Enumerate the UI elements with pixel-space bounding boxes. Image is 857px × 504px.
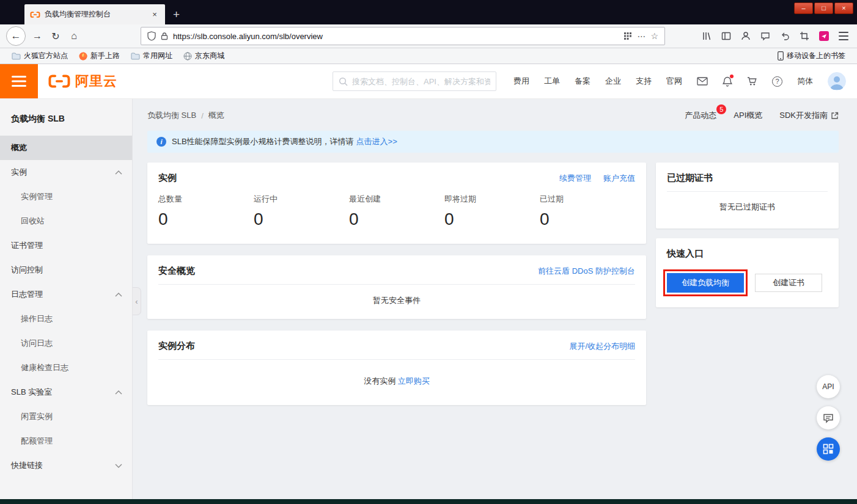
- account-icon[interactable]: [741, 31, 751, 41]
- page-scan-icon[interactable]: [623, 32, 632, 40]
- sidebar-group-quick-links[interactable]: 快捷链接: [0, 453, 132, 478]
- shield-icon[interactable]: [147, 31, 156, 41]
- messages-icon[interactable]: [760, 31, 770, 41]
- tab-close-icon[interactable]: ×: [150, 10, 160, 19]
- reload-button[interactable]: ↻: [46, 27, 65, 45]
- cart-icon[interactable]: [747, 76, 757, 86]
- url-text[interactable]: https://slb.console.aliyun.com/slb/overv…: [173, 32, 619, 41]
- hamburger-icon: [12, 76, 26, 87]
- page-actions-icon[interactable]: ⋯: [637, 31, 646, 41]
- bookmark-getting-started[interactable]: 新手上路: [75, 49, 124, 63]
- sidebar-item-health-check-logs[interactable]: 健康检查日志: [0, 356, 132, 380]
- nav-icp[interactable]: 备案: [575, 76, 590, 87]
- security-card-header: 安全概览 前往云盾 DDoS 防护控制台: [147, 255, 646, 284]
- sdk-guide-link[interactable]: SDK开发指南: [779, 110, 839, 121]
- send-pink-icon[interactable]: [819, 31, 829, 41]
- close-button[interactable]: ×: [834, 2, 853, 14]
- window-controls: – □ ×: [793, 2, 853, 14]
- api-overview-link[interactable]: API概览: [734, 110, 762, 121]
- bookmark-label: 京东商城: [195, 51, 224, 61]
- sidebar-item-overview[interactable]: 概览: [0, 136, 132, 160]
- sidebar-group-instances[interactable]: 实例: [0, 160, 132, 184]
- library-icon[interactable]: [702, 31, 712, 41]
- language-switch[interactable]: 简体: [797, 76, 813, 87]
- bookmark-common-sites[interactable]: 常用网址: [127, 49, 177, 63]
- bookmark-star-icon[interactable]: ☆: [650, 31, 658, 41]
- nav-official-site[interactable]: 官网: [666, 76, 682, 87]
- banner-link[interactable]: 点击进入>>: [356, 136, 397, 147]
- mail-icon[interactable]: [697, 77, 708, 86]
- sidebar-item-access-logs[interactable]: 访问日志: [0, 331, 132, 356]
- sidebar-item-access-control[interactable]: 访问控制: [0, 258, 132, 282]
- stat-expiring: 即将过期 0: [444, 194, 540, 229]
- sidebar-item-quota-management[interactable]: 配额管理: [0, 429, 132, 453]
- api-float-button[interactable]: API: [817, 375, 840, 398]
- toggle-distribution-link[interactable]: 展开/收起分布明细: [569, 341, 635, 352]
- sidebar: 负载均衡 SLB 概览 实例 实例管理 回收站 证书管理 访问控制 日志管理: [0, 99, 133, 499]
- forward-button[interactable]: →: [28, 27, 46, 45]
- sidebar-item-recycle-bin[interactable]: 回收站: [0, 209, 132, 233]
- browser-tab[interactable]: 负载均衡管理控制台 ×: [24, 4, 165, 24]
- address-bar[interactable]: https://slb.console.aliyun.com/slb/overv…: [141, 27, 665, 45]
- sidebar-item-label: 实例管理: [21, 191, 122, 202]
- avatar[interactable]: [828, 72, 846, 90]
- aliyun-favicon-icon: [30, 11, 40, 18]
- sidebar-collapse-handle[interactable]: ‹: [133, 287, 141, 315]
- distribution-card-header: 实例分布 展开/收起分布明细: [147, 331, 646, 359]
- nav-support[interactable]: 支持: [636, 76, 652, 87]
- new-tab-button[interactable]: +: [165, 4, 188, 24]
- sidebar-item-certificate-management[interactable]: 证书管理: [0, 233, 132, 258]
- bookmark-jd[interactable]: 京东商城: [179, 49, 229, 63]
- console-menu-button[interactable]: [0, 64, 38, 98]
- sidebar-group-slb-lab[interactable]: SLB 实验室: [0, 380, 132, 404]
- back-button[interactable]: ←: [6, 26, 26, 46]
- stat-label: 总数量: [158, 194, 254, 205]
- console-search[interactable]: [333, 71, 496, 91]
- quick-entry-card-title: 快速入口: [667, 248, 704, 260]
- security-card-links: 前往云盾 DDoS 防护控制台: [538, 266, 635, 277]
- nav-enterprise[interactable]: 企业: [605, 76, 621, 87]
- create-certificate-button[interactable]: 创建证书: [755, 274, 822, 292]
- mobile-bookmarks[interactable]: 移动设备上的书签: [773, 49, 850, 63]
- chevron-up-icon: [115, 170, 122, 175]
- ddos-console-link[interactable]: 前往云盾 DDoS 防护控制台: [538, 266, 635, 277]
- qrcode-float-button[interactable]: [817, 437, 840, 461]
- sidebar-item-instance-management[interactable]: 实例管理: [0, 184, 132, 209]
- bookmark-firefox-official[interactable]: 火狐官方站点: [7, 49, 72, 63]
- sidebar-item-label: 闲置实例: [21, 411, 122, 422]
- product-news-link[interactable]: 产品动态 5: [685, 110, 716, 121]
- sidebar-item-label: 访问控制: [11, 265, 122, 276]
- sidebar-toggle-icon[interactable]: [721, 31, 731, 41]
- buy-now-link[interactable]: 立即购买: [398, 376, 430, 385]
- feedback-float-button[interactable]: [817, 406, 840, 429]
- nav-tickets[interactable]: 工单: [544, 76, 560, 87]
- search-input[interactable]: [352, 77, 490, 86]
- create-slb-button[interactable]: 创建负载均衡: [667, 273, 744, 293]
- maximize-button[interactable]: □: [814, 2, 833, 14]
- nav-billing[interactable]: 费用: [513, 76, 529, 87]
- minimize-button[interactable]: –: [794, 2, 813, 14]
- stat-expired: 已过期 0: [540, 194, 635, 229]
- help-icon[interactable]: ?: [772, 76, 782, 87]
- mobile-bookmarks-label: 移动设备上的书签: [787, 51, 845, 61]
- instance-card: 实例 续费管理 账户充值 总数量 0: [147, 163, 646, 244]
- sidebar-group-log-management[interactable]: 日志管理: [0, 282, 132, 307]
- sidebar-item-operation-logs[interactable]: 操作日志: [0, 307, 132, 331]
- desktop-strip: [0, 499, 857, 504]
- breadcrumb-root[interactable]: 负载均衡 SLB: [147, 110, 196, 121]
- menu-hamburger-icon[interactable]: [839, 32, 848, 40]
- aliyun-logo[interactable]: 阿里云: [48, 72, 117, 90]
- tab-title: 负载均衡管理控制台: [45, 9, 145, 20]
- distribution-empty-text: 没有实例: [364, 376, 395, 385]
- lock-icon[interactable]: [161, 32, 168, 40]
- bell-icon[interactable]: [723, 76, 732, 87]
- home-button[interactable]: ⌂: [65, 27, 83, 45]
- undo-icon[interactable]: [780, 31, 790, 41]
- instance-stats: 总数量 0 运行中 0 最近创建 0: [147, 191, 646, 244]
- sidebar-item-idle-instances[interactable]: 闲置实例: [0, 404, 132, 429]
- renew-management-link[interactable]: 续费管理: [559, 173, 591, 184]
- account-recharge-link[interactable]: 账户充值: [603, 173, 635, 184]
- sidebar-item-label: 访问日志: [21, 338, 122, 349]
- screenshot-crop-icon[interactable]: [800, 31, 809, 41]
- cards-area: 实例 续费管理 账户充值 总数量 0: [147, 163, 839, 405]
